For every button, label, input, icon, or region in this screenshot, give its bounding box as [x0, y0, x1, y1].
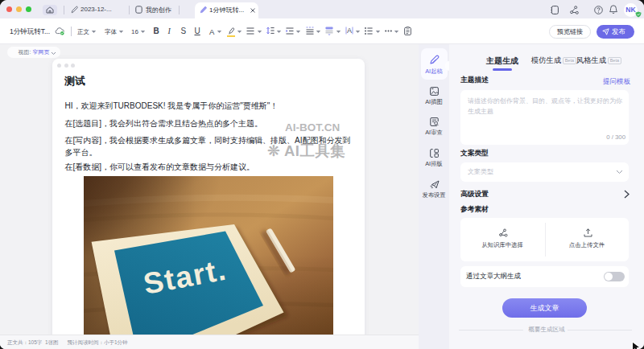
svg-text:A: A — [347, 27, 352, 35]
